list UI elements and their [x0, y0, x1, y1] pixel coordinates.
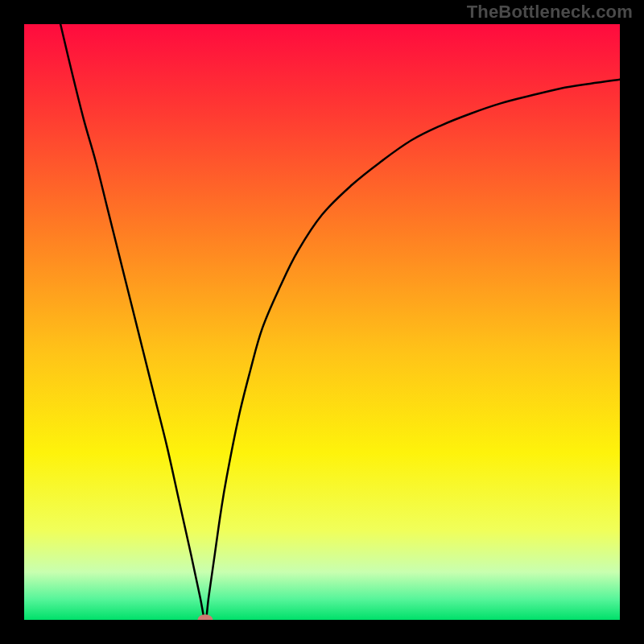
chart-frame: TheBottleneck.com [0, 0, 644, 644]
bottleneck-chart [24, 24, 620, 620]
plot-area [24, 24, 620, 620]
watermark-text: TheBottleneck.com [467, 2, 633, 23]
gradient-background [24, 24, 620, 620]
